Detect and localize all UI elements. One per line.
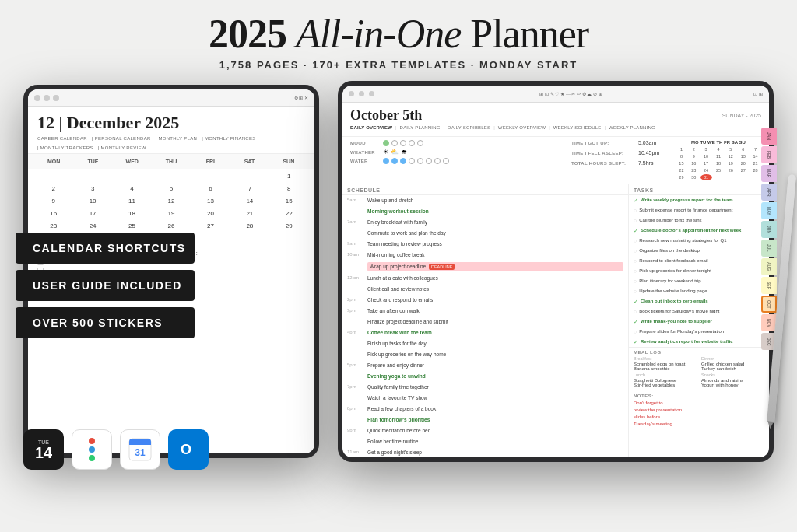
- tab-feb[interactable]: FEB: [761, 146, 777, 163]
- task-3: ○ Call the plumber to fix the sink: [629, 215, 769, 226]
- svg-text:O: O: [181, 442, 191, 457]
- tab-mar[interactable]: MAR: [761, 165, 777, 182]
- weather-icon-1: ☀: [383, 149, 388, 156]
- day-header-thu: THU: [152, 157, 191, 166]
- cal-day-24[interactable]: 24: [73, 220, 111, 232]
- daily-date-info: SUNDAY - 2025: [722, 113, 761, 118]
- cal-tab-1[interactable]: CAREER CALENDAR: [37, 136, 87, 141]
- tasks-header: TASKS: [629, 184, 769, 195]
- cal-tab-3[interactable]: | MONTHLY PLAN: [156, 136, 198, 141]
- cal-tab-6[interactable]: | MONTHLY REVIEW: [98, 145, 146, 150]
- day-header-sat: SAT: [230, 157, 269, 166]
- water-c1[interactable]: [383, 158, 389, 164]
- tasks-meals-column: TASKS ✓ Write weekly progress report for…: [629, 184, 769, 457]
- water-c5[interactable]: [417, 158, 423, 164]
- outlook-icon: O: [176, 437, 201, 462]
- water-tracker: WATER: [350, 158, 564, 164]
- water-c3[interactable]: [400, 158, 406, 164]
- sched-plan-tomorrow: Plan tomorrow's priorities: [342, 415, 628, 425]
- water-c8[interactable]: [443, 158, 449, 164]
- feature-badges: CALENDAR SHORTCUTS USER GUIDE INCLUDED O…: [16, 233, 195, 338]
- cal-day-5[interactable]: 5: [152, 183, 190, 194]
- mood-c1[interactable]: [383, 140, 389, 146]
- cal-day-29[interactable]: 29: [270, 220, 308, 232]
- water-c7[interactable]: [434, 158, 441, 164]
- water-c6[interactable]: [426, 158, 432, 164]
- cal-day-9[interactable]: 9: [34, 195, 72, 207]
- day-header-mon: MON: [34, 157, 73, 166]
- cal-day-13[interactable]: 13: [191, 195, 230, 207]
- monthly-notes-title: NOTES:: [175, 250, 305, 256]
- tab-jul[interactable]: JUL: [761, 240, 777, 257]
- cal-day-2[interactable]: 2: [34, 183, 72, 194]
- cal-day-18[interactable]: 18: [113, 208, 151, 219]
- total-hours-label: TOTAL HOURS SLEPT:: [571, 161, 634, 166]
- tab-oct[interactable]: OCT: [761, 296, 777, 313]
- tab-aug[interactable]: AUG: [761, 258, 777, 275]
- cal-day-empty5: [191, 170, 230, 182]
- cal-day-23[interactable]: 23: [34, 220, 72, 232]
- cal-day-21[interactable]: 21: [230, 208, 269, 219]
- mood-c5[interactable]: [417, 140, 423, 146]
- cal-day-28[interactable]: 28: [230, 220, 269, 232]
- badge-user-guide: USER GUIDE INCLUDED: [16, 270, 195, 301]
- bottom-icons: TUE 14 31: [23, 429, 209, 470]
- tab-weekly-planning[interactable]: WEEKLY PLANNING: [609, 125, 655, 131]
- cal-day-14[interactable]: 14: [230, 195, 269, 207]
- cal-day-7[interactable]: 7: [230, 183, 269, 194]
- cal-tab-2[interactable]: | PERSONAL CALENDAR: [92, 136, 151, 141]
- sched-client-call: Client call and review notes: [342, 284, 628, 295]
- cal-day-25[interactable]: 25: [113, 220, 151, 232]
- tab-may[interactable]: MAY: [761, 202, 777, 219]
- main-area: SCHEDULE 5am Wake up and stretch Morning…: [342, 184, 769, 457]
- cal-day-20[interactable]: 20: [191, 208, 230, 219]
- breakfast-label: Breakfast: [634, 356, 697, 361]
- cal-day-17[interactable]: 17: [73, 208, 111, 219]
- month-color-tabs: JAN FEB MAR APR MAY JUN JUL AUG SEP OCT …: [761, 128, 777, 350]
- right-tablet-container: ⊞ ⊡ ✎ ♡ ★ ⋯ ✂ ↩ ⚙ ☁ ⊘ ⊕ ⊡ ⊞ October 5th …: [342, 77, 781, 532]
- tab-daily-overview[interactable]: DAILY OVERVIEW: [350, 125, 392, 131]
- tab-daily-scribbles[interactable]: DAILY SCRIBBLES: [448, 125, 490, 131]
- time-fell-asleep-val: 10:45pm: [638, 150, 659, 156]
- main-title: 2025 All-in-One Planner: [0, 14, 797, 54]
- tab-daily-planning[interactable]: DAILY PLANNING: [400, 125, 441, 131]
- tab-sep[interactable]: SEP: [761, 277, 777, 294]
- cal-day-8[interactable]: 8: [270, 183, 308, 194]
- task-7: ○ Respond to client feedback email: [629, 256, 769, 266]
- tab-jan[interactable]: JAN: [761, 128, 777, 145]
- lunch-2: Stir-fried vegetables: [634, 383, 697, 387]
- cal-day-19[interactable]: 19: [152, 208, 190, 219]
- cal-day-15[interactable]: 15: [270, 195, 308, 207]
- mood-c2[interactable]: [391, 140, 398, 146]
- mood-c3[interactable]: [400, 140, 406, 146]
- meal-breakfast-row: Breakfast Scrambled eggs on toast Banana…: [634, 356, 764, 371]
- tab-weekly-overview[interactable]: WEEKLY OVERVIEW: [498, 125, 546, 131]
- meal-breakfast: Breakfast Scrambled eggs on toast Banana…: [634, 356, 697, 371]
- cal-day-1[interactable]: 1: [270, 170, 308, 182]
- tab-jun[interactable]: JUN: [761, 221, 777, 238]
- cal-day-11[interactable]: 11: [113, 195, 151, 207]
- cal-day-12[interactable]: 12: [152, 195, 190, 207]
- cal-day-22[interactable]: 22: [270, 208, 308, 219]
- tab-apr[interactable]: APR: [761, 184, 777, 201]
- sched-4pm-coffee: 4pm Coffee break with the team: [342, 327, 628, 338]
- cal-day-3[interactable]: 3: [73, 183, 111, 194]
- water-c4[interactable]: [409, 158, 415, 164]
- cal-day-4[interactable]: 4: [113, 183, 151, 194]
- cal-day-26[interactable]: 26: [152, 220, 190, 232]
- sleep-trackers: TIME I GOT UP: 5:03am TIME I FELL ASLEEP…: [571, 140, 665, 180]
- tab-weekly-schedule[interactable]: WEEKLY SCHEDULE: [553, 125, 602, 131]
- cal-day-6[interactable]: 6: [191, 183, 230, 194]
- task-15: ✓ Review analytics report for website tr…: [629, 337, 769, 347]
- check-icon-12: ○: [634, 309, 637, 315]
- cal-day-27[interactable]: 27: [191, 220, 230, 232]
- rtb-icon1: [349, 91, 354, 96]
- mood-c4[interactable]: [409, 140, 415, 146]
- cal-tab-4[interactable]: | MONTHLY FINANCES: [202, 136, 255, 141]
- cal-day-10[interactable]: 10: [73, 195, 111, 207]
- time-got-up-val: 5:03am: [638, 140, 656, 145]
- cal-tab-5[interactable]: | MONTHLY TRACKERS: [37, 145, 93, 150]
- water-c2[interactable]: [391, 158, 398, 164]
- cal-day-16[interactable]: 16: [34, 208, 72, 219]
- check-icon-11: ✓: [634, 299, 638, 305]
